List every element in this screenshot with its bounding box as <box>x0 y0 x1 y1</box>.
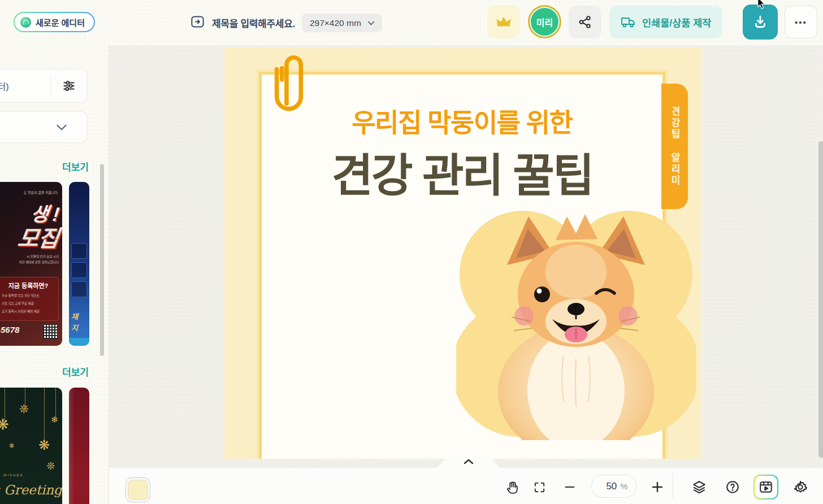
sidebar-template-panel: 로 포스터) 더보기 도 학습의 힘을 키웁니다 생 ! 모집 시 전문의 전가… <box>0 45 109 504</box>
print-product-label: 인쇄물/상품 제작 <box>642 15 711 29</box>
zoom-in-button[interactable] <box>645 475 670 499</box>
more-menu-dots: ••• <box>795 18 807 27</box>
app-root: 새로운 에디터 제목을 입력해주세요. 297×420 mm 미리 <box>0 0 823 504</box>
workspace-scrollbar[interactable] <box>818 141 823 458</box>
settings-button[interactable] <box>788 475 813 499</box>
thumb-wishes-text: RY WISHES <box>0 473 23 477</box>
poster-side-tab-text: 견강팁 알리미 <box>668 106 682 186</box>
sidebar-scrollbar[interactable] <box>100 164 104 356</box>
layers-button[interactable] <box>687 475 712 499</box>
page-size-dropdown[interactable]: 297×420 mm <box>302 14 382 32</box>
template-thumbnail-recruit[interactable]: 도 학습의 힘을 키웁니다 생 ! 모집 시 전문의 전가 모집 시기 이전 세… <box>0 182 62 346</box>
gear-icon <box>793 480 808 494</box>
help-button[interactable] <box>720 475 745 499</box>
page-thumbnail[interactable] <box>125 477 150 502</box>
document-title-input[interactable]: 제목을 입력해주세요. <box>212 16 295 30</box>
dog-image[interactable] <box>456 205 696 442</box>
share-button[interactable] <box>569 6 601 38</box>
layers-icon <box>692 480 707 494</box>
snowflake-icon: ❋ <box>38 437 50 453</box>
poster-side-tab[interactable]: 견강팁 알리미 <box>661 84 688 209</box>
truck-icon <box>621 15 636 29</box>
help-icon <box>725 480 740 494</box>
download-icon <box>752 14 769 31</box>
avatar-label: 미리 <box>536 15 553 29</box>
poster-title-text[interactable]: 견강 관리 꿀팁 <box>259 138 665 204</box>
crown-icon <box>495 14 512 31</box>
snowflake-icon: ❄ <box>9 442 15 450</box>
new-editor-icon <box>20 17 31 28</box>
collapse-panel-button[interactable] <box>438 455 500 468</box>
avatar[interactable]: 미리 <box>528 5 561 38</box>
slideshow-icon <box>759 480 773 494</box>
thumb-offer-panel: 지금 등록하면? 신규 등록생 학습 진단 테스트 기초 학습 교재 무료 제공… <box>0 277 59 321</box>
see-more-link-2[interactable]: 더보기 <box>62 364 89 379</box>
bottom-toolbar: % <box>109 468 823 504</box>
more-menu-button[interactable]: ••• <box>785 6 817 38</box>
snowflake-icon: ❄ <box>51 415 58 425</box>
new-editor-badge[interactable]: 새로운 에디터 <box>14 12 95 32</box>
thumb-headline-2: 모집 <box>16 220 61 253</box>
see-more-link-1[interactable]: 더보기 <box>62 159 89 173</box>
folder-export-icon[interactable] <box>190 14 205 32</box>
thumb-top-line: 도 학습의 힘을 키웁니다 <box>24 190 58 195</box>
snowflake-icon: ❊ <box>19 402 29 416</box>
chevron-down-icon <box>367 19 375 27</box>
qr-code <box>43 324 58 339</box>
toolbar-divider <box>673 473 673 498</box>
canvas-page[interactable]: 우리집 막둥이를 위한 견강 관리 꿀팁 <box>224 48 701 459</box>
zoom-level-field[interactable]: % <box>591 475 636 498</box>
pan-tool-button[interactable] <box>500 475 525 499</box>
template-thumbnail-red[interactable] <box>69 388 89 504</box>
fit-screen-icon <box>533 481 546 494</box>
filter-button[interactable] <box>51 79 87 93</box>
thumb-phone: -5678 <box>0 325 19 334</box>
zoom-level-input[interactable] <box>600 481 617 492</box>
chevron-down-icon <box>54 120 69 134</box>
header: 새로운 에디터 제목을 입력해주세요. 297×420 mm 미리 <box>0 0 823 45</box>
minus-icon <box>564 481 576 493</box>
filter-sliders-icon <box>62 79 76 93</box>
new-editor-label: 새로운 에디터 <box>36 16 85 28</box>
zoom-unit-label: % <box>620 481 627 491</box>
chevron-up-icon <box>464 458 474 465</box>
template-search-box[interactable]: 로 포스터) <box>0 69 88 103</box>
snowflake-icon: ❊ <box>46 460 55 472</box>
hand-icon <box>505 480 519 494</box>
thumb-subline-1: 시 전문의 전가 모집 시기 <box>27 254 59 259</box>
page-size-value: 297×420 mm <box>310 18 361 28</box>
template-thumbnail-blue[interactable]: 재 지 <box>69 182 89 346</box>
fit-screen-button[interactable] <box>527 475 552 499</box>
thumb-gold-text: 재 <box>71 311 78 321</box>
thumb-greeting-text: s Greeting <box>0 483 62 497</box>
template-search-value: 로 포스터) <box>0 79 50 93</box>
print-product-button[interactable]: 인쇄물/상품 제작 <box>609 6 722 38</box>
template-category-dropdown[interactable] <box>0 111 88 143</box>
share-icon <box>578 15 592 29</box>
slideshow-button[interactable] <box>753 475 778 499</box>
template-thumbnail-greeting[interactable]: ❋ ❊ ❋ ❄ ❊ ❄ RY WISHES s Greeting 보내주신 성원… <box>0 388 62 504</box>
plus-icon <box>651 480 664 494</box>
editor-workspace: 우리집 막둥이를 위한 견강 관리 꿀팁 <box>109 45 823 468</box>
zoom-out-button[interactable] <box>557 475 582 499</box>
premium-crown-button[interactable] <box>487 6 520 38</box>
mouse-cursor <box>756 0 768 12</box>
poster-subtitle-text[interactable]: 우리집 막둥이를 위한 <box>259 102 665 139</box>
snowflake-icon: ❋ <box>0 416 9 433</box>
thumb-subline-2: 이전 세대와 같을 잡아드립니다 <box>19 260 59 264</box>
